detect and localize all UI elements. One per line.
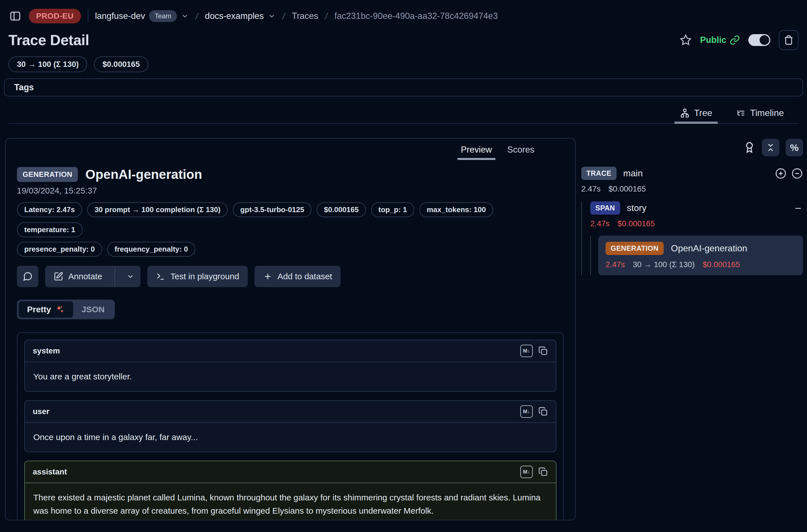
observation-content: GENERATION OpenAI-generation 19/03/2024,… — [6, 160, 575, 520]
copy-icon[interactable] — [538, 407, 548, 416]
observation-badges-row1: Latency: 2.47s 30 prompt → 100 completio… — [17, 202, 564, 237]
span-name: story — [627, 203, 646, 213]
trace-metrics: 2.47s $0.000165 — [581, 185, 803, 193]
generation-latency: 2.47s — [605, 260, 625, 269]
tab-timeline[interactable]: Timeline — [730, 106, 789, 123]
annotate-button[interactable]: Annotate — [45, 266, 110, 287]
cost-badge: $0.000165 — [317, 202, 366, 217]
format-json-button[interactable]: JSON — [73, 301, 113, 318]
tree-node-span[interactable]: SPAN story − — [590, 202, 803, 215]
message-header: system M↓ — [25, 340, 556, 362]
trace-type-badge: TRACE — [581, 167, 617, 180]
trace-children: SPAN story − 2.47s $0.000165 GENERATION … — [581, 202, 803, 275]
tree-node-generation-selected[interactable]: GENERATION OpenAI-generation 2.47s 30 → … — [598, 235, 803, 275]
panel-tabs: Preview Scores — [6, 138, 575, 160]
org-tag-badge: Team — [149, 10, 177, 22]
generation-metrics: 2.47s 30 → 100 (Σ 130) $0.000165 — [605, 260, 796, 269]
button-divider — [115, 266, 115, 287]
collapse-all-button[interactable] — [762, 139, 780, 156]
main-content: Preview Scores GENERATION OpenAI-generat… — [0, 138, 807, 520]
add-to-dataset-button[interactable]: Add to dataset — [255, 266, 341, 287]
panel-left-icon — [9, 10, 21, 22]
comment-button[interactable] — [17, 266, 38, 287]
message-role: system — [33, 346, 60, 356]
tab-tree[interactable]: Tree — [674, 106, 718, 123]
token-badge: 30 prompt → 100 completion (Σ 130) — [87, 202, 228, 217]
format-toggle-row: Pretty JSON — [17, 300, 564, 319]
observation-title: OpenAI-generation — [85, 167, 202, 182]
tab-tree-label: Tree — [694, 108, 712, 118]
span-metrics: 2.47s $0.000165 — [590, 219, 803, 228]
dataset-label: Add to dataset — [278, 272, 332, 281]
award-icon[interactable] — [743, 141, 756, 154]
tree-node-trace[interactable]: TRACE main — [581, 167, 803, 180]
breadcrumb-org[interactable]: langfuse-dev Team — [95, 10, 189, 22]
circle-minus-icon[interactable] — [791, 168, 803, 179]
message-role: assistant — [33, 468, 67, 476]
public-toggle[interactable] — [748, 34, 770, 46]
circle-plus-icon[interactable] — [775, 168, 787, 179]
max-tokens-badge: max_tokens: 100 — [419, 202, 493, 217]
sidebar-toggle-button[interactable] — [8, 9, 22, 23]
trace-cost: $0.000165 — [608, 185, 646, 193]
page-title: Trace Detail — [8, 32, 89, 49]
annotate-dropdown-button[interactable] — [120, 266, 140, 287]
format-pretty-button[interactable]: Pretty — [19, 301, 73, 318]
format-toggle: Pretty JSON — [17, 300, 115, 319]
messages-container: system M↓ You are a great storyteller. — [17, 332, 564, 520]
generation-name: OpenAI-generation — [671, 243, 747, 253]
link-icon — [730, 35, 740, 45]
trash-icon — [784, 35, 794, 45]
playground-button[interactable]: Test in playground — [147, 266, 248, 287]
bookmark-star-button[interactable] — [680, 34, 692, 46]
top-p-badge: top_p: 1 — [371, 202, 414, 217]
presence-penalty-badge: presence_penalty: 0 — [17, 242, 102, 257]
breadcrumb-project[interactable]: docs-examples — [205, 11, 276, 21]
chevron-down-icon — [181, 12, 189, 20]
copy-icon[interactable] — [538, 467, 548, 477]
edit-pen-icon — [54, 272, 63, 281]
delete-trace-button[interactable] — [779, 30, 799, 50]
message-body: Once upon a time in a galaxy far, far aw… — [25, 423, 556, 452]
breadcrumb-separator: / — [195, 11, 199, 22]
markdown-toggle-icon[interactable]: M↓ — [520, 405, 533, 418]
chevrons-collapse-icon — [766, 142, 776, 153]
token-usage-badge: 30 → 100 (Σ 130) — [8, 56, 87, 72]
generation-row: GENERATION OpenAI-generation — [605, 242, 796, 255]
title-row: Trace Detail Public — [8, 27, 799, 53]
observation-header: GENERATION OpenAI-generation — [17, 167, 564, 182]
message-body: There existed a majestic planet called L… — [25, 483, 556, 520]
environment-badge: PROD-EU — [29, 9, 81, 23]
message-role: user — [33, 407, 50, 416]
chevron-down-icon — [126, 272, 134, 280]
list-tree-icon — [736, 108, 746, 118]
message-assistant: assistant M↓ There existed a majestic pl… — [24, 461, 557, 520]
trace-name: main — [623, 168, 643, 178]
frequency-penalty-badge: frequency_penalty: 0 — [107, 242, 195, 257]
sparkles-icon — [55, 305, 64, 314]
project-name: docs-examples — [205, 11, 264, 21]
chevron-down-icon — [268, 12, 276, 20]
percent-metrics-button[interactable]: % — [786, 139, 803, 156]
message-paragraph: You are a great storyteller. — [33, 370, 547, 383]
tab-scores[interactable]: Scores — [501, 142, 541, 160]
trace-tree-panel: % TRACE main 2.47s $0.000165 SPAN story … — [581, 138, 807, 275]
breadcrumb: PROD-EU langfuse-dev Team / docs-example… — [8, 6, 799, 26]
model-badge: gpt-3.5-turbo-0125 — [233, 202, 312, 217]
markdown-toggle-icon[interactable]: M↓ — [520, 466, 533, 478]
copy-icon[interactable] — [538, 346, 548, 356]
generation-type-badge: GENERATION — [605, 242, 664, 255]
public-share-link[interactable]: Public — [700, 35, 740, 45]
message-header: user M↓ — [25, 401, 556, 423]
markdown-toggle-icon[interactable]: M↓ — [520, 345, 533, 357]
message-user: user M↓ Once upon a time in a galaxy far… — [24, 400, 557, 453]
temperature-badge: temperature: 1 — [17, 222, 83, 237]
tab-timeline-label: Timeline — [750, 108, 784, 118]
collapse-span-button[interactable]: − — [795, 203, 801, 214]
tags-section[interactable]: Tags — [4, 78, 803, 96]
breadcrumb-traces-link[interactable]: Traces — [292, 11, 318, 21]
observation-panel: Preview Scores GENERATION OpenAI-generat… — [5, 138, 576, 520]
tab-preview[interactable]: Preview — [454, 142, 499, 160]
observation-badges-row2: presence_penalty: 0 frequency_penalty: 0 — [17, 242, 564, 257]
view-tabs: Tree Timeline — [8, 106, 799, 124]
